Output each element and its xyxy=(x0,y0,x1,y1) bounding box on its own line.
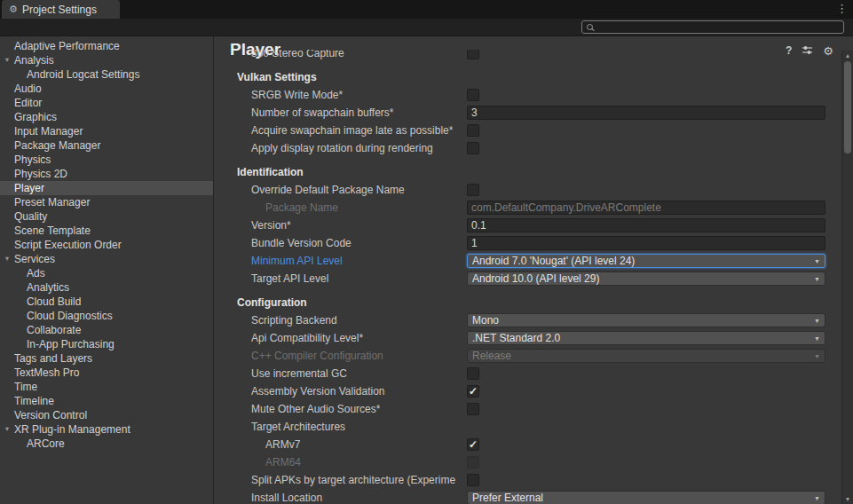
setting-label-target-architectures: Target Architectures xyxy=(251,421,345,433)
dropdown[interactable]: .NET Standard 2.0▼ xyxy=(467,331,825,345)
foldout-arrow-icon[interactable]: ▼ xyxy=(4,56,10,63)
sidebar-item-xr-plug-in-management[interactable]: ▼XR Plug-in Management xyxy=(0,422,213,437)
sidebar-item-adaptive-performance[interactable]: Adaptive Performance xyxy=(0,39,213,53)
dropdown[interactable]: Android 7.0 'Nougat' (API level 24)▼ xyxy=(467,254,825,268)
sidebar-item-input-manager[interactable]: Input Manager xyxy=(0,124,213,138)
sidebar-item-version-control[interactable]: Version Control xyxy=(0,408,213,422)
kebab-menu-icon[interactable]: ⋮ xyxy=(836,2,848,15)
settings-row: Version* xyxy=(214,217,841,234)
sidebar-item-analysis[interactable]: ▼Analysis xyxy=(0,53,213,67)
chevron-down-icon: ▼ xyxy=(814,335,820,342)
dropdown-value: .NET Standard 2.0 xyxy=(472,332,809,344)
chevron-down-icon: ▼ xyxy=(814,318,820,324)
sidebar-item-ads[interactable]: Ads xyxy=(0,266,213,280)
scrollbar-thumb[interactable] xyxy=(844,61,851,154)
sidebar-item-scene-template[interactable]: Scene Template xyxy=(0,224,213,238)
scroll-down-arrow-icon[interactable]: ▼ xyxy=(842,496,853,502)
vertical-scrollbar[interactable]: ▲ ▼ xyxy=(841,51,853,504)
setting-label-acquire-swapchain-image-late-as-possible: Acquire swapchain image late as possible… xyxy=(251,124,453,137)
checkbox[interactable] xyxy=(467,474,479,486)
settings-row: 360 Stereo Capture xyxy=(214,50,841,62)
settings-row: Apply display rotation during rendering xyxy=(214,139,841,157)
settings-row: Use incremental GC xyxy=(214,365,841,382)
sidebar-item-label: Time xyxy=(14,381,37,393)
sidebar-item-label: Script Execution Order xyxy=(14,239,122,251)
sidebar-item-physics[interactable]: Physics xyxy=(0,153,213,167)
sidebar-item-textmesh-pro[interactable]: TextMesh Pro xyxy=(0,366,213,380)
dropdown[interactable]: Android 10.0 (API level 29)▼ xyxy=(467,272,825,286)
window-tab-bar: ⚙ Project Settings ⋮ xyxy=(0,0,853,19)
checkbox[interactable] xyxy=(467,367,479,380)
search-input[interactable] xyxy=(597,22,839,33)
sidebar-item-timeline[interactable]: Timeline xyxy=(0,394,213,408)
setting-label-version: Version* xyxy=(251,219,291,232)
text-field[interactable] xyxy=(467,236,825,250)
settings-row: Number of swapchain buffers* xyxy=(214,104,841,122)
settings-row: Target API LevelAndroid 10.0 (API level … xyxy=(214,270,841,287)
tab-project-settings[interactable]: ⚙ Project Settings xyxy=(2,0,120,19)
dropdown[interactable]: Mono▼ xyxy=(467,313,825,327)
chevron-down-icon: ▼ xyxy=(814,276,820,282)
settings-row: Assembly Version Validation✓ xyxy=(214,382,841,400)
settings-row: C++ Compiler ConfigurationRelease▼ xyxy=(214,347,841,365)
gear-icon: ⚙ xyxy=(9,4,18,15)
dropdown: Release▼ xyxy=(467,349,825,363)
settings-row: SRGB Write Mode* xyxy=(214,86,841,104)
settings-row: Install LocationPrefer External▼ xyxy=(214,489,841,504)
checkbox[interactable] xyxy=(467,184,479,196)
sidebar-item-analytics[interactable]: Analytics xyxy=(0,280,213,295)
setting-label-bundle-version-code: Bundle Version Code xyxy=(251,237,351,249)
main-panel: Player ? ⚙ 360 Stereo CaptureVulkan Sett xyxy=(214,36,853,504)
sidebar-item-label: Physics 2D xyxy=(14,168,67,180)
settings-row: Mute Other Audio Sources* xyxy=(214,400,841,418)
settings-row: Package Name xyxy=(214,199,841,217)
sidebar-item-quality[interactable]: Quality xyxy=(0,209,213,224)
checkbox[interactable] xyxy=(467,403,479,415)
dropdown-value: Release xyxy=(472,350,809,362)
sidebar-item-package-manager[interactable]: Package Manager xyxy=(0,138,213,153)
settings-row: ARM64 xyxy=(214,453,841,471)
sidebar-item-services[interactable]: ▼Services xyxy=(0,252,213,266)
sidebar-item-cloud-diagnostics[interactable]: Cloud Diagnostics xyxy=(0,309,213,323)
foldout-arrow-icon[interactable]: ▼ xyxy=(4,255,10,262)
text-field[interactable] xyxy=(467,218,825,232)
dropdown-value: Prefer External xyxy=(472,492,809,504)
sidebar-item-arcore[interactable]: ARCore xyxy=(0,437,213,451)
sidebar-item-collaborate[interactable]: Collaborate xyxy=(0,323,213,337)
sidebar-item-label: Services xyxy=(14,253,55,265)
settings-row: Acquire swapchain image late as possible… xyxy=(214,122,841,139)
sidebar-item-graphics[interactable]: Graphics xyxy=(0,110,213,124)
setting-label-use-incremental-gc: Use incremental GC xyxy=(251,367,347,380)
sidebar-item-cloud-build[interactable]: Cloud Build xyxy=(0,295,213,309)
text-field[interactable] xyxy=(467,106,825,120)
sidebar-item-preset-manager[interactable]: Preset Manager xyxy=(0,195,213,209)
sidebar-item-android-logcat-settings[interactable]: Android Logcat Settings xyxy=(0,67,213,82)
setting-label-scripting-backend: Scripting Backend xyxy=(251,314,337,327)
sidebar-item-physics-2d[interactable]: Physics 2D xyxy=(0,167,213,181)
sidebar-item-time[interactable]: Time xyxy=(0,380,213,394)
sidebar-item-tags-and-layers[interactable]: Tags and Layers xyxy=(0,351,213,366)
dropdown[interactable]: Prefer External▼ xyxy=(467,491,825,504)
sidebar-item-script-execution-order[interactable]: Script Execution Order xyxy=(0,238,213,252)
checkbox[interactable] xyxy=(467,142,479,154)
checkbox[interactable] xyxy=(467,124,479,137)
settings-row: Scripting BackendMono▼ xyxy=(214,311,841,329)
dropdown-value: Mono xyxy=(472,314,809,327)
setting-label-c-compiler-configuration: C++ Compiler Configuration xyxy=(251,350,383,362)
sidebar-item-player[interactable]: Player xyxy=(0,181,213,195)
dropdown-value: Android 7.0 'Nougat' (API level 24) xyxy=(472,255,809,267)
checkbox[interactable]: ✓ xyxy=(467,385,479,398)
search-box[interactable] xyxy=(581,20,844,34)
scroll-up-arrow-icon[interactable]: ▲ xyxy=(842,52,853,59)
sidebar-item-label: ARCore xyxy=(27,437,65,450)
checkbox[interactable] xyxy=(467,89,479,101)
sidebar-item-in-app-purchasing[interactable]: In-App Purchasing xyxy=(0,337,213,351)
setting-label-api-compatibility-level: Api Compatibility Level* xyxy=(251,332,363,344)
sidebar-item-label: Player xyxy=(14,182,44,194)
foldout-arrow-icon[interactable]: ▼ xyxy=(4,425,10,432)
chevron-down-icon: ▼ xyxy=(814,353,820,359)
sidebar-item-audio[interactable]: Audio xyxy=(0,82,213,96)
checkbox[interactable]: ✓ xyxy=(467,438,479,451)
checkbox[interactable] xyxy=(467,50,479,59)
sidebar-item-editor[interactable]: Editor xyxy=(0,96,213,110)
